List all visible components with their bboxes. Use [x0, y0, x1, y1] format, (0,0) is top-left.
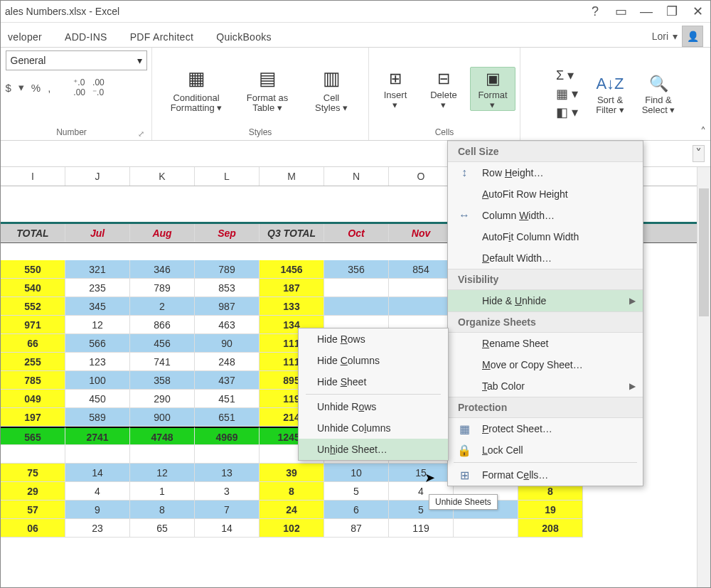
cell[interactable] — [389, 297, 454, 316]
submenu-unhide-rows[interactable]: Unhide Rows — [299, 396, 448, 417]
cell[interactable]: 197 — [1, 408, 65, 427]
cell[interactable]: 8 — [130, 501, 195, 519]
scrollbar-thumb[interactable] — [699, 188, 709, 316]
cell[interactable]: 1456 — [260, 260, 324, 279]
cell[interactable]: 24 — [260, 501, 324, 519]
cell[interactable]: 540 — [1, 279, 65, 297]
menu-lock-cell[interactable]: 🔒Lock Cell — [448, 439, 643, 461]
cell[interactable]: 456 — [130, 334, 195, 353]
cell[interactable]: 9 — [65, 501, 130, 519]
menu-autofit-row[interactable]: AutoFit Row Height — [448, 183, 643, 205]
cell[interactable]: 187 — [260, 279, 324, 297]
cell[interactable]: 100 — [65, 371, 130, 390]
menu-autofit-column[interactable]: AutoFit Column Width — [448, 226, 643, 247]
submenu-hide-columns[interactable]: Hide Columns — [299, 350, 448, 371]
cell[interactable]: 589 — [65, 408, 130, 427]
menu-rename-sheet[interactable]: Rename Sheet — [448, 333, 643, 354]
cell[interactable] — [324, 279, 389, 297]
submenu-hide-rows[interactable]: Hide Rows — [299, 328, 448, 350]
column-header[interactable]: L — [195, 167, 260, 186]
decrease-decimal-icon[interactable]: .00⁻.0 — [92, 77, 105, 97]
cell[interactable]: 12 — [65, 316, 130, 334]
cell[interactable]: 75 — [1, 464, 65, 482]
format-button[interactable]: ▣ Format▾ — [470, 67, 515, 112]
cell[interactable]: 345 — [65, 297, 130, 316]
cell[interactable]: 7 — [195, 501, 260, 519]
cell[interactable]: 437 — [195, 371, 260, 390]
cell[interactable]: 785 — [1, 371, 65, 390]
menu-row-height[interactable]: ↕Row Height… — [448, 162, 643, 183]
cell[interactable]: 854 — [389, 260, 454, 279]
cell-styles-button[interactable]: ▥ CellStyles ▾ — [305, 63, 358, 115]
currency-button[interactable]: $ — [6, 82, 11, 94]
cell[interactable]: 255 — [1, 353, 65, 371]
column-header[interactable]: J — [65, 167, 130, 186]
cell[interactable]: 2 — [130, 297, 195, 316]
cell[interactable]: 346 — [130, 260, 195, 279]
cell[interactable]: 119 — [389, 519, 454, 538]
cell[interactable]: 451 — [195, 390, 260, 408]
percent-button[interactable]: % — [31, 82, 41, 94]
format-as-table-button[interactable]: ▤ Format asTable ▾ — [234, 63, 301, 115]
cell[interactable]: 321 — [65, 260, 130, 279]
menu-format-cells[interactable]: ⊞Format Cells… — [448, 464, 643, 486]
cell[interactable]: 235 — [65, 279, 130, 297]
tab-quickbooks[interactable]: QuickBooks — [213, 27, 274, 47]
menu-tab-color[interactable]: Tab Color▶ — [448, 375, 643, 397]
menu-protect-sheet[interactable]: ▦Protect Sheet… — [448, 418, 643, 439]
increase-decimal-icon[interactable]: ⁺.0.00 — [73, 77, 85, 97]
cell[interactable]: 208 — [518, 519, 583, 538]
cell[interactable] — [389, 279, 454, 297]
cell[interactable]: 853 — [195, 279, 260, 297]
tab-developer[interactable]: veloper — [5, 27, 45, 47]
cell[interactable]: 12 — [130, 464, 195, 482]
collapse-ribbon-icon[interactable]: ˄ — [700, 125, 706, 139]
expand-formula-bar-icon[interactable]: ˅ — [693, 145, 705, 162]
column-header[interactable]: K — [130, 167, 195, 186]
cell[interactable]: 1 — [130, 482, 195, 501]
submenu-hide-sheet[interactable]: Hide Sheet — [299, 371, 448, 392]
close-icon[interactable]: ✕ — [685, 4, 710, 19]
clear-button[interactable]: ◧ ▾ — [556, 105, 578, 120]
vertical-scrollbar[interactable] — [697, 167, 710, 587]
cell[interactable]: 90 — [195, 334, 260, 353]
cell[interactable]: 789 — [195, 260, 260, 279]
cell[interactable]: 565 — [1, 427, 65, 445]
cell[interactable]: 358 — [130, 371, 195, 390]
submenu-unhide-columns[interactable]: Unhide Columns — [299, 417, 448, 439]
cell[interactable]: 5 — [324, 482, 389, 501]
cell[interactable]: 23 — [65, 519, 130, 538]
cell[interactable]: 06 — [1, 519, 65, 538]
conditional-formatting-button[interactable]: ▦ ConditionalFormatting ▾ — [163, 63, 230, 115]
menu-column-width[interactable]: ↔Column Width… — [448, 205, 643, 226]
cell[interactable] — [130, 445, 195, 464]
column-header[interactable]: N — [324, 167, 389, 186]
comma-button[interactable]: , — [48, 82, 50, 94]
cell[interactable]: 14 — [65, 464, 130, 482]
cell[interactable]: 987 — [195, 297, 260, 316]
cell[interactable]: 552 — [1, 297, 65, 316]
cell[interactable]: 651 — [195, 408, 260, 427]
cell[interactable] — [324, 297, 389, 316]
cell[interactable]: 248 — [195, 353, 260, 371]
cell[interactable]: 2741 — [65, 427, 130, 445]
cell[interactable]: 10 — [324, 464, 389, 482]
cell[interactable]: 15 — [389, 464, 454, 482]
cell[interactable]: 6 — [324, 501, 389, 519]
cell[interactable]: 4 — [65, 482, 130, 501]
currency-dropdown-icon[interactable]: ▾ — [18, 81, 24, 94]
cell[interactable] — [65, 445, 130, 464]
cell[interactable]: 900 — [130, 408, 195, 427]
cell[interactable]: 550 — [1, 260, 65, 279]
cell[interactable]: 356 — [324, 260, 389, 279]
cell[interactable]: 14 — [195, 519, 260, 538]
delete-button[interactable]: ⊟ Delete▾ — [422, 68, 466, 111]
column-header[interactable]: M — [260, 167, 324, 186]
cell[interactable]: 19 — [518, 501, 583, 519]
number-format-select[interactable]: General ▾ — [6, 50, 147, 70]
cell[interactable]: 102 — [260, 519, 324, 538]
menu-default-width[interactable]: Default Width… — [448, 247, 643, 269]
cell[interactable]: 133 — [260, 297, 324, 316]
cell[interactable]: 66 — [1, 334, 65, 353]
cell[interactable]: 971 — [1, 316, 65, 334]
